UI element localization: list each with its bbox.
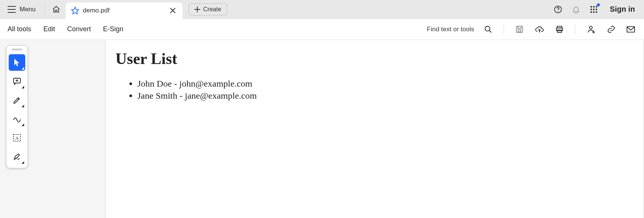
toolbar-edit[interactable]: Edit xyxy=(43,25,55,33)
share-user-button[interactable] xyxy=(585,23,597,35)
svg-rect-8 xyxy=(596,9,597,10)
list-item: John Doe - john@example.com xyxy=(137,78,634,90)
workarea: A User List John Doe - john@example.com … xyxy=(0,40,644,218)
close-icon xyxy=(170,8,176,14)
email-button[interactable] xyxy=(625,24,636,34)
toolbar-esign[interactable]: E-Sign xyxy=(103,25,123,33)
divider xyxy=(504,24,504,35)
notifications-button[interactable] xyxy=(570,4,582,15)
document-viewport[interactable]: User List John Doe - john@example.com Ja… xyxy=(106,40,644,218)
svg-point-23 xyxy=(15,157,16,158)
link-button[interactable] xyxy=(606,24,617,35)
left-sidebar: A xyxy=(0,40,106,218)
fountain-pen-icon xyxy=(13,152,21,161)
home-icon xyxy=(52,5,60,14)
submenu-indicator-icon xyxy=(22,123,24,126)
toolbar-left: All tools Edit Convert E-Sign xyxy=(8,25,123,33)
svg-rect-19 xyxy=(627,26,635,32)
title-bar: Menu demo.pdf Create xyxy=(0,0,644,19)
main-toolbar: All tools Edit Convert E-Sign Find text … xyxy=(0,19,644,40)
search-button[interactable] xyxy=(483,24,494,35)
document-tab[interactable]: demo.pdf xyxy=(66,2,183,19)
user-list: John Doe - john@example.com Jane Smith -… xyxy=(115,78,634,102)
plus-icon xyxy=(194,6,200,12)
home-button[interactable] xyxy=(51,4,62,15)
help-icon xyxy=(554,5,562,14)
apps-button[interactable] xyxy=(589,4,599,15)
link-icon xyxy=(607,25,615,34)
topbar-right: Sign in xyxy=(552,4,639,15)
sign-in-label: Sign in xyxy=(610,5,635,13)
sign-tool[interactable] xyxy=(9,148,25,165)
divider xyxy=(575,24,575,35)
tab-title: demo.pdf xyxy=(83,7,110,14)
svg-rect-4 xyxy=(593,6,595,8)
comment-tool[interactable] xyxy=(9,73,25,90)
svg-rect-11 xyxy=(596,11,597,13)
submenu-indicator-icon xyxy=(22,67,24,70)
sign-in-button[interactable]: Sign in xyxy=(606,5,639,14)
tab-close-button[interactable] xyxy=(168,6,177,15)
star-icon xyxy=(71,6,79,15)
envelope-icon xyxy=(627,26,635,33)
svg-rect-9 xyxy=(590,11,592,13)
toolbar-all-tools[interactable]: All tools xyxy=(8,25,31,33)
create-label: Create xyxy=(203,6,221,13)
find-label[interactable]: Find text or tools xyxy=(427,26,474,33)
highlight-tool[interactable] xyxy=(9,92,25,108)
bell-icon xyxy=(572,5,580,14)
search-icon xyxy=(484,25,492,34)
cursor-icon xyxy=(13,58,21,67)
svg-rect-6 xyxy=(590,9,592,10)
menu-button[interactable]: Menu xyxy=(5,4,38,15)
svg-rect-14 xyxy=(518,29,521,32)
tool-palette: A xyxy=(6,45,28,168)
svg-point-18 xyxy=(589,26,592,29)
hamburger-icon xyxy=(8,6,16,13)
svg-rect-7 xyxy=(593,9,595,10)
palette-drag-handle[interactable] xyxy=(12,49,22,50)
page-heading: User List xyxy=(115,50,634,68)
svg-marker-0 xyxy=(71,7,78,14)
list-item: Jane Smith - jane@example.com xyxy=(137,90,634,102)
create-button[interactable]: Create xyxy=(189,3,227,15)
cloud-upload-icon xyxy=(535,25,544,34)
text-select-icon: A xyxy=(13,134,21,142)
svg-point-12 xyxy=(485,26,490,31)
draw-freehand-icon xyxy=(13,116,21,122)
divider xyxy=(44,4,45,15)
help-button[interactable] xyxy=(552,4,564,15)
menu-label: Menu xyxy=(20,6,36,13)
submenu-indicator-icon xyxy=(22,86,24,88)
cloud-upload-button[interactable] xyxy=(533,24,546,35)
text-select-tool[interactable]: A xyxy=(9,130,25,146)
share-user-icon xyxy=(587,25,596,34)
toolbar-right: Find text or tools xyxy=(427,23,636,35)
apps-grid-icon xyxy=(590,6,598,13)
toolbar-convert[interactable]: Convert xyxy=(67,25,91,33)
submenu-indicator-icon xyxy=(22,161,24,164)
select-tool[interactable] xyxy=(9,54,25,71)
submenu-indicator-icon xyxy=(22,105,24,107)
highlighter-icon xyxy=(13,96,21,104)
svg-point-2 xyxy=(558,11,558,12)
svg-rect-5 xyxy=(596,6,597,8)
pdf-page: User List John Doe - john@example.com Ja… xyxy=(106,40,644,218)
draw-tool[interactable] xyxy=(9,111,25,127)
print-icon xyxy=(555,25,564,34)
svg-rect-3 xyxy=(590,6,592,8)
svg-rect-10 xyxy=(593,11,595,13)
save-icon xyxy=(515,25,524,34)
comment-icon xyxy=(13,77,21,85)
print-button[interactable] xyxy=(554,24,565,35)
svg-text:A: A xyxy=(15,136,19,141)
save-button[interactable] xyxy=(514,24,525,35)
